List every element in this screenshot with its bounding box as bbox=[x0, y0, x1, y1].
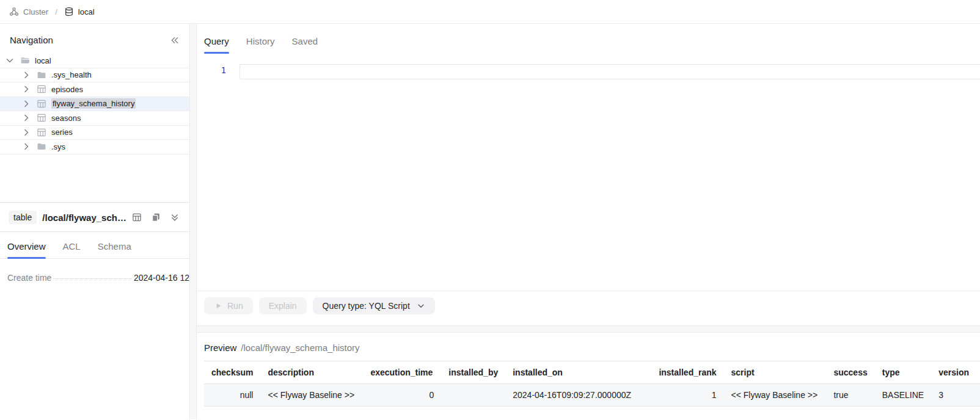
query-actions: Run Explain Query type: YQL Script bbox=[204, 297, 980, 314]
table-icon bbox=[37, 113, 46, 123]
object-summary-tabs: OverviewACLSchema bbox=[0, 232, 189, 259]
column-header-installed-rank: installed_rank bbox=[651, 361, 723, 384]
info-row-create-time: Create time 2024-04-16 12 bbox=[7, 273, 189, 283]
cluster-icon bbox=[9, 7, 19, 16]
explain-button-label: Explain bbox=[269, 301, 297, 311]
main-panel: QueryHistorySaved 1 Run Explain Query ty… bbox=[197, 24, 980, 419]
editor-current-line bbox=[240, 64, 980, 79]
table-cell-installed-rank: 1 bbox=[651, 384, 723, 407]
table-icon bbox=[37, 84, 46, 94]
play-icon bbox=[214, 302, 222, 310]
query-editor[interactable]: 1 bbox=[197, 59, 980, 291]
tab-query[interactable]: Query bbox=[204, 36, 229, 53]
preview-title: Preview /local/flyway_schema_history bbox=[204, 342, 980, 353]
tree-item-series[interactable]: series bbox=[0, 126, 189, 140]
folder-icon bbox=[37, 142, 46, 151]
table-cell-installed-by bbox=[441, 384, 505, 407]
column-header-installed-on: installed_on bbox=[505, 361, 651, 384]
folder-icon bbox=[37, 70, 46, 80]
query-type-label: Query type: YQL Script bbox=[323, 301, 410, 311]
breadcrumb-label: local bbox=[78, 7, 95, 16]
object-summary-panel: table /local/flyway_sch… OverviewACLSche… bbox=[0, 203, 189, 283]
column-header-description: description bbox=[260, 361, 363, 384]
table-cell-installed-on: 2024-04-16T09:09:27.000000Z bbox=[505, 384, 651, 407]
table-cell-execution-time: 0 bbox=[363, 384, 441, 407]
query-section: QueryHistorySaved 1 Run Explain Query ty… bbox=[197, 24, 980, 325]
tree-item-label: seasons bbox=[51, 114, 81, 123]
preview-table: checksumdescriptionexecution_timeinstall… bbox=[204, 361, 980, 407]
navigation-header: Navigation bbox=[0, 35, 189, 45]
preview-path: /local/flyway_schema_history bbox=[241, 342, 359, 353]
info-value: 2024-04-16 12 bbox=[134, 273, 189, 283]
tree-item-label: .sys_health bbox=[51, 70, 92, 79]
breadcrumb-item-local[interactable]: local bbox=[64, 7, 95, 16]
navigation-title: Navigation bbox=[10, 35, 53, 45]
chevron-down-icon bbox=[417, 302, 425, 310]
table-icon bbox=[37, 99, 46, 109]
horizontal-resizer[interactable] bbox=[197, 325, 980, 333]
chevron-right-icon[interactable] bbox=[21, 113, 31, 123]
explain-button[interactable]: Explain bbox=[259, 297, 307, 314]
navigation-tree: local.sys_healthepisodesflyway_schema_hi… bbox=[0, 54, 189, 154]
tree-item-sys-health[interactable]: .sys_health bbox=[0, 68, 189, 83]
run-button[interactable]: Run bbox=[204, 297, 253, 314]
column-header-version: version bbox=[931, 361, 980, 384]
dotted-leader bbox=[53, 278, 132, 279]
query-type-dropdown[interactable]: Query type: YQL Script bbox=[313, 297, 435, 314]
column-header-execution-time: execution_time bbox=[363, 361, 441, 384]
column-header-success: success bbox=[826, 361, 874, 384]
collapse-panel-icon[interactable] bbox=[170, 35, 180, 45]
copy-path-icon[interactable] bbox=[151, 212, 161, 222]
table-header-row: checksumdescriptionexecution_timeinstall… bbox=[204, 361, 980, 384]
object-path: /local/flyway_sch… bbox=[42, 212, 126, 223]
info-label: Create time bbox=[7, 273, 51, 283]
chevron-right-icon[interactable] bbox=[21, 84, 31, 94]
table-cell-description: << Flyway Baseline >> bbox=[260, 384, 363, 407]
query-tabs: QueryHistorySaved bbox=[204, 36, 980, 53]
tree-item-episodes[interactable]: episodes bbox=[0, 82, 189, 97]
table-row[interactable]: null<< Flyway Baseline >>02024-04-16T09:… bbox=[204, 384, 980, 407]
column-header-installed-by: installed_by bbox=[441, 361, 505, 384]
folder-open-icon bbox=[20, 56, 30, 65]
app-layout: Navigation local.sys_healthepisodesflywa… bbox=[0, 24, 980, 419]
tree-item-sys[interactable]: .sys bbox=[0, 140, 189, 154]
breadcrumb-bar: Cluster / local bbox=[0, 0, 980, 24]
object-summary-header: table /local/flyway_sch… bbox=[0, 203, 189, 232]
preview-section: Preview /local/flyway_schema_history che… bbox=[197, 333, 980, 419]
tab-acl[interactable]: ACL bbox=[63, 241, 81, 258]
chevron-right-icon[interactable] bbox=[21, 99, 31, 109]
column-header-script: script bbox=[724, 361, 827, 384]
breadcrumb-item-cluster[interactable]: Cluster bbox=[9, 7, 48, 16]
tab-overview[interactable]: Overview bbox=[7, 241, 46, 258]
chevron-right-icon[interactable] bbox=[21, 70, 31, 80]
tree-item-local[interactable]: local bbox=[0, 54, 189, 68]
tab-saved[interactable]: Saved bbox=[292, 36, 318, 53]
tree-item-seasons[interactable]: seasons bbox=[0, 111, 189, 126]
tab-schema[interactable]: Schema bbox=[98, 241, 131, 258]
chevron-right-icon[interactable] bbox=[21, 142, 31, 151]
chevron-down-icon[interactable] bbox=[5, 56, 15, 65]
breadcrumb-separator: / bbox=[55, 7, 57, 16]
table-cell-success: true bbox=[826, 384, 874, 407]
column-header-type: type bbox=[875, 361, 931, 384]
navigation-panel: Navigation local.sys_healthepisodesflywa… bbox=[0, 24, 189, 203]
breadcrumb-label: Cluster bbox=[23, 7, 48, 16]
open-preview-icon[interactable] bbox=[132, 212, 142, 222]
tree-item-label: series bbox=[51, 128, 73, 137]
run-button-label: Run bbox=[227, 301, 243, 311]
tree-item-flyway-schema-history[interactable]: flyway_schema_history bbox=[0, 97, 189, 112]
preview-title-label: Preview bbox=[204, 342, 236, 353]
table-cell-type: BASELINE bbox=[875, 384, 931, 407]
tab-history[interactable]: History bbox=[246, 36, 275, 53]
editor-line-number: 1 bbox=[197, 65, 226, 75]
column-header-checksum: checksum bbox=[204, 361, 260, 384]
vertical-resizer[interactable] bbox=[189, 24, 197, 419]
chevron-right-icon[interactable] bbox=[21, 128, 31, 137]
database-icon bbox=[64, 7, 74, 16]
object-summary-actions bbox=[132, 212, 180, 222]
table-icon bbox=[37, 128, 46, 137]
tree-item-label: episodes bbox=[51, 85, 83, 94]
expand-summary-icon[interactable] bbox=[170, 212, 180, 222]
left-panel: Navigation local.sys_healthepisodesflywa… bbox=[0, 24, 189, 419]
table-cell-script: << Flyway Baseline >> bbox=[724, 384, 827, 407]
